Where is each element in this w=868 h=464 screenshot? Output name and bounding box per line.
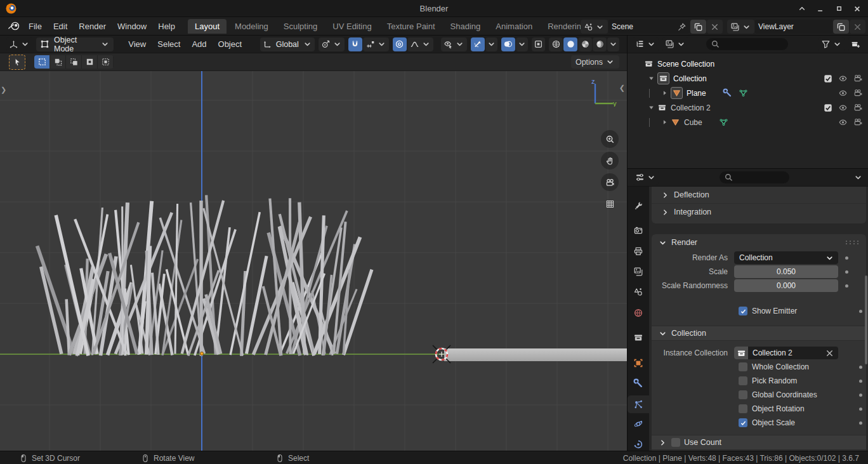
outliner-display-mode-button[interactable]	[633, 37, 659, 51]
collapse-arrow-icon[interactable]	[647, 103, 655, 112]
scene-unlink-button[interactable]	[707, 20, 723, 34]
use-count-subpanel-header[interactable]: Use Count	[652, 435, 866, 450]
minimize-button[interactable]	[813, 3, 827, 15]
disable-in-render-camera-icon[interactable]	[853, 103, 863, 112]
outliner-row-collection-2[interactable]: Collection 2	[628, 100, 868, 115]
hide-in-viewport-eye-icon[interactable]	[838, 103, 848, 112]
mesh-object-icon[interactable]	[671, 117, 680, 127]
disable-in-render-camera-icon[interactable]	[853, 88, 863, 98]
outliner-search[interactable]	[706, 38, 788, 50]
workspace-tab-shading[interactable]: Shading	[444, 19, 488, 34]
outliner-row-collection[interactable]: Collection	[628, 71, 868, 86]
properties-tab-output[interactable]	[628, 242, 649, 260]
mesh-object-icon[interactable]	[671, 87, 683, 99]
outliner-filter-button[interactable]	[819, 37, 845, 51]
viewlayer-type-button[interactable]	[727, 20, 754, 34]
workspace-tab-uv-editing[interactable]: UV Editing	[326, 19, 378, 34]
pin-icon[interactable]	[677, 22, 687, 32]
properties-tab-particles[interactable]	[628, 395, 649, 413]
menu-window[interactable]: Window	[112, 19, 152, 34]
animate-dot[interactable]	[859, 394, 862, 397]
hide-in-viewport-eye-icon[interactable]	[838, 88, 848, 98]
deflection-panel-header[interactable]: Deflection	[652, 187, 866, 203]
keep-on-top-button[interactable]	[795, 3, 809, 15]
workspace-tab-layout[interactable]: Layout	[188, 19, 227, 34]
close-button[interactable]	[850, 3, 864, 15]
collection-icon[interactable]	[657, 103, 667, 112]
workspace-tab-modeling[interactable]: Modeling	[228, 19, 275, 34]
workspace-tab-sculpting[interactable]: Sculpting	[277, 19, 324, 34]
xray-toggle-button[interactable]	[532, 37, 545, 51]
properties-tab-object[interactable]	[628, 354, 649, 372]
shading-wireframe-button[interactable]	[549, 37, 563, 51]
shading-dropdown-button[interactable]	[607, 37, 619, 51]
viewport-menu-object[interactable]: Object	[214, 37, 247, 51]
pivot-point-button[interactable]	[319, 37, 345, 51]
scale-randomness-field[interactable]: 0.000	[734, 279, 838, 292]
viewport-menu-select[interactable]: Select	[153, 37, 185, 51]
menu-render[interactable]: Render	[73, 19, 112, 34]
render-panel-header[interactable]: Render	[652, 234, 866, 251]
select-mode-extend[interactable]	[50, 55, 66, 69]
scene-copy-button[interactable]	[690, 20, 706, 34]
collection-icon[interactable]	[657, 72, 669, 84]
properties-search[interactable]	[720, 171, 789, 183]
shading-material-button[interactable]	[578, 37, 592, 51]
menu-file[interactable]: File	[23, 19, 48, 34]
object-rotation-checkbox[interactable]	[739, 404, 747, 413]
viewlayer-copy-button[interactable]	[833, 20, 849, 34]
shading-solid-button[interactable]	[563, 37, 577, 51]
object-scale-checkbox[interactable]	[739, 418, 747, 427]
outliner-filter-type-button[interactable]	[662, 37, 688, 51]
select-mode-invert[interactable]	[82, 55, 98, 69]
pick-random-checkbox[interactable]	[739, 376, 747, 385]
global-coordinates-checkbox[interactable]	[739, 390, 747, 399]
collection-icon[interactable]	[644, 59, 654, 69]
menu-edit[interactable]: Edit	[48, 19, 73, 34]
render-as-dropdown[interactable]: Collection	[734, 251, 838, 264]
properties-tab-world[interactable]	[628, 304, 649, 322]
ortho-toggle-button[interactable]	[601, 195, 619, 213]
animate-dot[interactable]	[845, 256, 848, 260]
falloff-button[interactable]	[407, 37, 433, 51]
clear-collection-button[interactable]	[825, 348, 838, 358]
viewport-menu-add[interactable]: Add	[187, 37, 211, 51]
animate-dot[interactable]	[859, 421, 862, 425]
zoom-button[interactable]	[601, 130, 619, 148]
outliner-search-input[interactable]	[723, 40, 784, 49]
overlays-toggle-button[interactable]	[501, 37, 515, 51]
outliner-row-scene-collection[interactable]: Scene Collection	[628, 56, 868, 71]
properties-search-input[interactable]	[736, 173, 784, 182]
scale-field[interactable]: 0.050	[734, 265, 838, 278]
gizmos-toggle-button[interactable]	[471, 37, 485, 51]
workspace-tab-animation[interactable]: Animation	[489, 19, 539, 34]
hide-in-viewport-eye-icon[interactable]	[838, 117, 848, 127]
active-tool-select-box[interactable]	[9, 55, 25, 70]
panel-drag-handle[interactable]	[846, 241, 860, 244]
shading-rendered-button[interactable]	[593, 37, 607, 51]
properties-editor-type-button[interactable]	[633, 171, 659, 185]
pan-button[interactable]	[601, 152, 619, 169]
properties-options-chevron[interactable]	[853, 173, 863, 182]
scene-name-field[interactable]: Scene	[608, 20, 690, 34]
use-count-checkbox[interactable]	[671, 438, 680, 447]
camera-view-button[interactable]	[601, 173, 619, 191]
properties-tab-collection[interactable]	[628, 329, 649, 347]
mesh-data-icon[interactable]	[719, 117, 728, 127]
disable-in-render-camera-icon[interactable]	[853, 74, 863, 83]
properties-tab-scene[interactable]	[628, 283, 649, 301]
sidebar-expand-arrow[interactable]: ❮	[619, 84, 625, 92]
animate-dot[interactable]	[845, 270, 848, 274]
animate-dot[interactable]	[859, 408, 862, 411]
disable-in-render-camera-icon[interactable]	[853, 117, 863, 127]
properties-tab-tool[interactable]	[628, 197, 649, 215]
visibility-button[interactable]	[441, 37, 467, 51]
modifier-wrench-icon[interactable]	[723, 88, 732, 98]
outliner-row-cube[interactable]: Cube	[628, 115, 868, 129]
viewlayer-remove-button[interactable]	[850, 20, 865, 34]
select-mode-intersect[interactable]	[98, 55, 114, 69]
snap-settings-button[interactable]	[363, 37, 389, 51]
snap-toggle-button[interactable]	[348, 37, 362, 51]
show-emitter-checkbox[interactable]	[739, 307, 747, 315]
mesh-data-icon[interactable]	[739, 88, 748, 98]
